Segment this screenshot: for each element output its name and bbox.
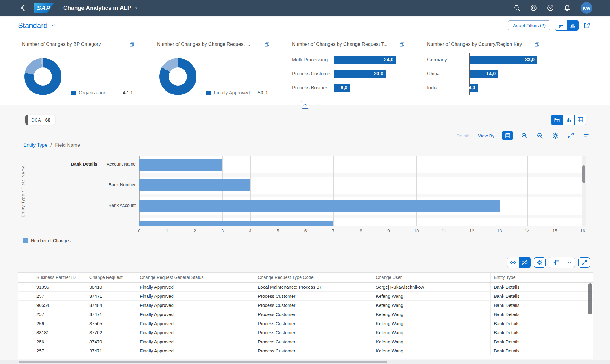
show-details-eye-icon[interactable]: [507, 257, 519, 268]
horizontal-scrollbar-thumb[interactable]: [19, 361, 387, 363]
gridline: [444, 156, 444, 226]
table-row[interactable]: 25737471Finally ApprovedProcess Customer…: [18, 310, 593, 319]
joule-icon[interactable]: [530, 4, 538, 12]
legend-toggle-button[interactable]: [502, 131, 513, 140]
content-area: DCA 60 Details View By Entity Type / Fie…: [0, 105, 610, 364]
table-scrollbar-thumb[interactable]: [588, 283, 592, 314]
drilldown-breadcrumb: Entity Type / Field Name: [23, 143, 80, 148]
copy-icon[interactable]: [264, 41, 270, 47]
chart-legend: Number of Changes: [23, 238, 71, 243]
table-row[interactable]: 25637470Finally ApprovedProcess Customer…: [18, 337, 593, 346]
dca-filter-chip[interactable]: DCA 60: [25, 115, 55, 125]
filter-view-button[interactable]: [555, 20, 567, 30]
user-avatar[interactable]: KW: [581, 2, 592, 14]
x-tick-label: 5: [277, 228, 279, 233]
kpi-card-change-request-type[interactable]: Number of Changes by Change Request T...…: [288, 35, 423, 105]
table-row[interactable]: 9139638410Finally ApprovedLocal Maintena…: [18, 283, 593, 292]
hide-details-eye-off-icon[interactable]: [519, 257, 530, 268]
column-header[interactable]: Entity Type: [491, 273, 593, 282]
table-only-view-button[interactable]: [574, 115, 586, 125]
adapt-filters-button[interactable]: Adapt Filters (2): [508, 20, 550, 30]
zoom-out-icon[interactable]: [536, 132, 544, 139]
help-icon[interactable]: [546, 4, 554, 12]
kpi-bar-row: Germany 33,0: [427, 56, 537, 64]
copy-icon[interactable]: [129, 41, 135, 47]
x-tick-label: 16: [580, 228, 585, 233]
kpi-bar[interactable]: 4,0: [470, 84, 478, 92]
column-header[interactable]: Change Request General Status: [137, 273, 255, 282]
collapse-header-button[interactable]: [301, 101, 309, 109]
bar-partial-next[interactable]: [139, 221, 333, 226]
horizontal-scrollbar[interactable]: [0, 360, 610, 364]
table-settings-gear-icon[interactable]: [534, 257, 546, 268]
gridline: [555, 156, 555, 226]
gridline: [278, 156, 278, 226]
kpi-bar[interactable]: 14,0: [470, 70, 498, 78]
chart-scrollbar[interactable]: [582, 156, 586, 226]
legend-item: Finally Approved 50,0: [206, 90, 267, 96]
gridline: [527, 156, 528, 226]
table-row[interactable]: 9055437484Finally ApprovedProcess Custom…: [18, 301, 593, 310]
donut-chart[interactable]: [24, 58, 61, 95]
chart-scrollbar-thumb[interactable]: [582, 165, 585, 183]
table-row[interactable]: 8818137702Finally ApprovedProcess Custom…: [18, 328, 593, 337]
column-header[interactable]: Change Request: [86, 273, 137, 282]
zoom-in-icon[interactable]: [521, 132, 529, 139]
kpi-bar-row: Multi Processing... 24,0: [292, 56, 396, 64]
x-tick-label: 6: [304, 228, 307, 233]
export-icon[interactable]: [549, 257, 564, 268]
chart-type-bar-icon[interactable]: [583, 132, 591, 139]
hybrid-view-button[interactable]: [551, 115, 563, 125]
chart-fullscreen-icon[interactable]: [567, 132, 575, 139]
details-button[interactable]: Details: [456, 133, 470, 138]
bar-bank-number[interactable]: [139, 179, 250, 191]
kpi-bar[interactable]: 24,0: [334, 56, 396, 64]
chart-y-axis-title: Entity Type / Field Name: [21, 157, 25, 226]
bar-account-name[interactable]: [139, 159, 222, 171]
gridline: [361, 156, 361, 226]
copy-icon[interactable]: [534, 41, 540, 47]
table-row[interactable]: 25737471Finally ApprovedProcess Customer…: [18, 292, 593, 301]
column-header[interactable]: Change Request Type Code: [255, 273, 373, 282]
copy-icon[interactable]: [399, 41, 405, 47]
kpi-card-bp-category[interactable]: Number of Changes by BP Category Organiz…: [18, 35, 153, 105]
shell-actions: KW: [513, 2, 592, 14]
bar-bank-account[interactable]: [139, 200, 500, 212]
table-fullscreen-icon[interactable]: [578, 257, 590, 268]
x-axis-ticks: 012345678910111213141516: [139, 228, 583, 235]
chart-view-button[interactable]: [567, 20, 578, 30]
search-icon[interactable]: [513, 4, 521, 12]
breadcrumb-entity-type-link[interactable]: Entity Type: [23, 143, 47, 148]
share-icon[interactable]: [583, 21, 592, 30]
kpi-bar[interactable]: 20,0: [334, 70, 386, 78]
table-row[interactable]: 25637505Finally ApprovedProcess Customer…: [18, 319, 593, 328]
kpi-bar[interactable]: 6,0: [334, 84, 350, 92]
chart-settings-gear-icon[interactable]: [552, 132, 560, 139]
table-header-row: Business Partner ID Change Request Chang…: [18, 273, 593, 283]
variant-selector[interactable]: Standard: [18, 21, 56, 30]
app-title-menu[interactable]: Change Analytics in ALP: [63, 5, 138, 11]
kpi-bar[interactable]: 33,0: [470, 56, 537, 64]
x-tick-label: 10: [414, 228, 419, 233]
legend-item: Organization 47,0: [71, 90, 132, 96]
export-split-button: [549, 257, 575, 268]
x-tick-label: 1: [166, 228, 168, 233]
notifications-bell-icon[interactable]: [563, 4, 571, 12]
x-tick-label: 2: [193, 228, 196, 233]
shell-header: SAP Change Analytics in ALP KW: [0, 0, 610, 16]
column-header[interactable]: Business Partner ID: [33, 273, 86, 282]
gridline: [250, 156, 251, 226]
back-button[interactable]: [19, 4, 27, 12]
gridline: [416, 156, 417, 226]
kpi-bar-row: Process Busines... 6,0: [292, 84, 396, 92]
kpi-card-change-request-status[interactable]: Number of Changes by Change Request ... …: [153, 35, 288, 105]
row-selector-header[interactable]: [18, 273, 33, 282]
table-row[interactable]: 25737471Finally ApprovedProcess Customer…: [18, 346, 593, 355]
kpi-bar-row: Process Customer 20,0: [292, 70, 396, 78]
kpi-card-country-region[interactable]: Number of Changes by Country/Region Key …: [423, 35, 558, 105]
view-by-button[interactable]: View By: [478, 133, 494, 138]
chart-only-view-button[interactable]: [563, 115, 574, 125]
donut-chart[interactable]: [159, 58, 196, 95]
column-header[interactable]: Change User: [373, 273, 491, 282]
export-dropdown-chevron-icon[interactable]: [564, 257, 575, 268]
